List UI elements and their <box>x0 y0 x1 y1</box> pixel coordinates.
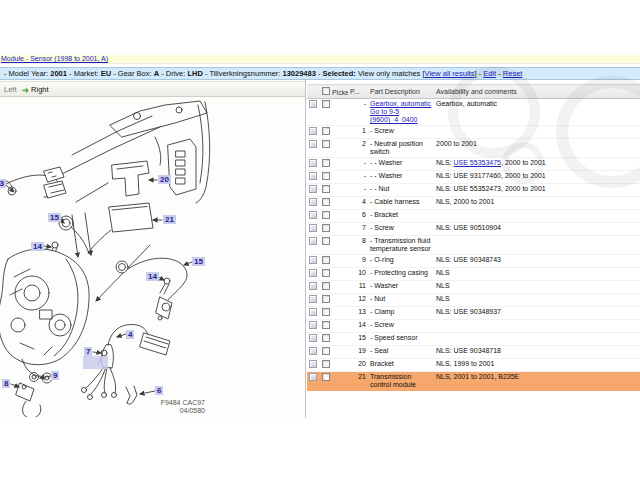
filter-text: EU <box>101 69 111 78</box>
picked-checkbox[interactable] <box>322 185 330 193</box>
row-locate-icon[interactable] <box>309 198 317 206</box>
part-row[interactable]: 20BracketNLS, 1999 to 2001 <box>307 359 640 372</box>
part-row[interactable]: 1- Screw <box>307 126 640 139</box>
callout-20[interactable]: 20 <box>158 175 171 184</box>
part-row[interactable]: 13- ClampNLS: USE 90348937 <box>307 307 640 320</box>
pos-column-header: P... <box>348 85 368 99</box>
diagram-canvas[interactable]: F9484 CAC97 04/0580 1320211514151447986 <box>0 97 305 417</box>
filter-text: - <box>316 69 323 78</box>
picked-checkbox[interactable] <box>322 140 330 148</box>
part-row[interactable]: 15- Speed sensor <box>307 333 640 346</box>
part-row[interactable]: 4- Cable harnessNLS, 2000 to 2001 <box>307 197 640 210</box>
part-row[interactable]: 11- WasherNLS <box>307 281 640 294</box>
part-description-link[interactable]: Gearbox, automatic Go to 9-5 (9600)_4_04… <box>370 100 431 123</box>
row-locate-icon[interactable] <box>309 373 317 381</box>
row-locate-icon[interactable] <box>309 295 317 303</box>
filter-link[interactable]: Edit <box>483 69 496 78</box>
callout-14[interactable]: 14 <box>146 272 159 281</box>
callout-7[interactable]: 7 <box>84 347 92 356</box>
part-row[interactable]: -- - WasherNLS: USE 93177460, 2000 to 20… <box>307 171 640 184</box>
picked-checkbox[interactable] <box>322 256 330 264</box>
row-locate-icon[interactable] <box>309 224 317 232</box>
picked-checkbox[interactable] <box>322 224 330 232</box>
part-row[interactable]: 14- Screw <box>307 320 640 333</box>
part-row[interactable]: 10- Protecting casingNLS <box>307 268 640 281</box>
part-row[interactable]: 12- NutNLS <box>307 294 640 307</box>
picked-checkbox[interactable] <box>322 373 330 381</box>
picked-checkbox[interactable] <box>322 211 330 219</box>
part-row[interactable]: 7- ScrewNLS: USE 90510904 <box>307 223 640 236</box>
pos-number: 4 <box>348 197 368 210</box>
locate-column-header <box>307 85 320 99</box>
callout-8[interactable]: 8 <box>2 379 10 388</box>
filter-link[interactable]: Reset <box>503 69 523 78</box>
row-locate-icon[interactable] <box>309 185 317 193</box>
part-row[interactable]: 2- Neutral position switch2000 to 2001 <box>307 139 640 158</box>
picked-checkbox[interactable] <box>322 360 330 368</box>
picked-checkbox[interactable] <box>322 321 330 329</box>
row-locate-icon[interactable] <box>309 172 317 180</box>
picked-checkbox[interactable] <box>322 347 330 355</box>
row-locate-icon[interactable] <box>309 360 317 368</box>
callout-9[interactable]: 9 <box>51 371 59 380</box>
picked-checkbox[interactable] <box>322 198 330 206</box>
row-locate-icon[interactable] <box>309 347 317 355</box>
row-locate-icon[interactable] <box>309 159 317 167</box>
row-locate-icon[interactable] <box>309 140 317 148</box>
pos-number: - <box>348 171 368 184</box>
part-row[interactable]: 21Transmission control moduleNLS, 2001 t… <box>307 372 640 391</box>
picked-checkbox[interactable] <box>322 334 330 342</box>
row-locate-icon[interactable] <box>309 237 317 245</box>
picked-checkbox[interactable] <box>322 172 330 180</box>
availability <box>434 210 640 223</box>
nav-left-button[interactable]: Left <box>4 85 17 94</box>
availability: NLS <box>434 268 640 281</box>
row-locate-icon[interactable] <box>309 321 317 329</box>
select-all-checkbox[interactable] <box>322 87 330 95</box>
picked-checkbox[interactable] <box>322 100 330 108</box>
part-row[interactable]: -Gearbox, automatic Go to 9-5 (9600)_4_0… <box>307 99 640 126</box>
breadcrumb-link[interactable]: Module - Sensor (1998 to 2001, A) <box>1 55 108 62</box>
part-row[interactable]: 6- Bracket <box>307 210 640 223</box>
callout-15[interactable]: 15 <box>192 257 205 266</box>
row-locate-icon[interactable] <box>309 256 317 264</box>
row-locate-icon[interactable] <box>309 269 317 277</box>
row-locate-icon[interactable] <box>309 211 317 219</box>
availability: NLS, 2001 to 2001, B235E <box>434 372 640 391</box>
callout-15[interactable]: 15 <box>48 213 61 222</box>
callout-4[interactable]: 4 <box>126 330 134 339</box>
callout-21[interactable]: 21 <box>163 215 176 224</box>
picked-column-header: Picked <box>320 85 348 99</box>
part-description: Bracket <box>368 359 434 372</box>
picked-checkbox[interactable] <box>322 159 330 167</box>
pos-number: 7 <box>348 223 368 236</box>
filter-text: - Tillverkningsnummer: <box>203 69 283 78</box>
part-row[interactable]: -- - NutNLS: USE 55352473, 2000 to 2001 <box>307 184 640 197</box>
part-row[interactable]: 8- Transmission fluid temperature sensor <box>307 236 640 255</box>
pos-number: 15 <box>348 333 368 346</box>
nav-right-button[interactable]: Right <box>31 85 49 94</box>
callout-14[interactable]: 14 <box>31 242 44 251</box>
picked-checkbox[interactable] <box>322 308 330 316</box>
callout-6[interactable]: 6 <box>155 386 163 395</box>
replacement-part-link[interactable]: USE 55353475 <box>454 159 501 166</box>
row-locate-icon[interactable] <box>309 100 317 108</box>
part-description: - Washer <box>368 281 434 294</box>
part-row[interactable]: 19- SealNLS: USE 90348718 <box>307 346 640 359</box>
part-description: - Clamp <box>368 307 434 320</box>
pos-number: - <box>348 99 368 126</box>
row-locate-icon[interactable] <box>309 334 317 342</box>
row-locate-icon[interactable] <box>309 308 317 316</box>
row-locate-icon[interactable] <box>309 282 317 290</box>
picked-checkbox[interactable] <box>322 295 330 303</box>
callout-13[interactable]: 13 <box>0 179 6 188</box>
picked-checkbox[interactable] <box>322 269 330 277</box>
filter-link[interactable]: View all results <box>425 69 475 78</box>
picked-checkbox[interactable] <box>322 237 330 245</box>
availability: NLS: USE 55352473, 2000 to 2001 <box>434 184 640 197</box>
picked-checkbox[interactable] <box>322 127 330 135</box>
row-locate-icon[interactable] <box>309 127 317 135</box>
part-row[interactable]: 9- O-ringNLS: USE 90348743 <box>307 255 640 268</box>
part-row[interactable]: -- - WasherNLS: USE 55353475, 2000 to 20… <box>307 158 640 171</box>
picked-checkbox[interactable] <box>322 282 330 290</box>
